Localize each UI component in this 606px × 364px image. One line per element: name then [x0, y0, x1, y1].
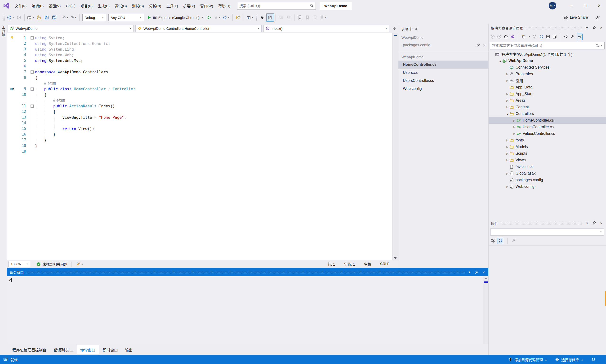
clear-bookmarks-button[interactable]: ▼	[319, 13, 328, 22]
codelens-references[interactable]: 0 个引用	[7, 80, 392, 86]
restore-button[interactable]: ❐	[579, 0, 592, 11]
document-tab-Web.config[interactable]: Web.config	[398, 85, 488, 93]
quick-search-input[interactable]	[239, 4, 310, 8]
property-pages-icon[interactable]	[512, 239, 516, 243]
navigate-forward-button[interactable]	[15, 13, 23, 22]
command-window-scrollbar[interactable]	[483, 276, 488, 344]
expander-closed-icon[interactable]: ▷	[505, 106, 510, 109]
expander-closed-icon[interactable]: ▷	[505, 139, 510, 142]
tree-item-Areas[interactable]: ▷Areas	[489, 97, 606, 104]
command-window-titlebar[interactable]: 命令窗口 ▼ ✕	[7, 268, 488, 276]
codelens-references[interactable]: 0 个引用	[7, 97, 392, 103]
tree-item-packages.config[interactable]: packages.config	[489, 177, 606, 183]
bottom-tab-命令窗口[interactable]: 命令窗口	[77, 345, 99, 355]
project-dropdown[interactable]: WebApiDemo▼	[8, 25, 134, 32]
menu-生成[interactable]: 生成(B)	[95, 2, 112, 10]
quick-actions-lightbulb-icon[interactable]	[10, 36, 14, 40]
expander-closed-icon[interactable]: ▷	[505, 73, 510, 76]
solution-platforms-dropdown[interactable]: Any CPU▼	[108, 14, 144, 21]
editor-scrollbar[interactable]	[392, 33, 398, 260]
fold-collapse-box[interactable]: −	[30, 36, 34, 39]
window-position-dropdown-icon[interactable]: ▼	[585, 26, 589, 30]
document-health-indicator[interactable]: 未找到相关问题	[37, 261, 67, 267]
tree-item-favicon.ico[interactable]: favicon.ico	[489, 163, 606, 170]
solution-explorer-search-box[interactable]: ▼	[490, 42, 605, 50]
document-tab-Users.cs[interactable]: Users.cs	[398, 69, 488, 77]
tree-item-App_Data[interactable]: App_Data	[489, 84, 606, 91]
code-cleanup-button[interactable]: ▼	[75, 260, 84, 268]
alphabetical-sort-toggle[interactable]: AZ	[498, 238, 503, 244]
select-repository-button[interactable]: 选择存储库▲	[553, 355, 586, 364]
code-line-3[interactable]: 3using System.Linq;	[7, 46, 392, 52]
feedback-button[interactable]	[594, 13, 602, 22]
member-dropdown[interactable]: Index()▼	[263, 25, 390, 32]
navigate-window-button[interactable]: ▼	[245, 13, 255, 22]
expander-closed-icon[interactable]: ▷	[505, 79, 510, 82]
back-button[interactable]	[490, 35, 495, 39]
tab-settings-gear-icon[interactable]	[414, 27, 418, 31]
tree-item-Scripts[interactable]: ▷Scripts	[489, 150, 606, 157]
menu-文件[interactable]: 文件(F)	[12, 2, 29, 10]
code-line-14[interactable]: 14	[7, 120, 392, 126]
view-code-icon[interactable]	[564, 35, 568, 39]
expander-open-icon[interactable]: ◢	[505, 112, 510, 116]
close-icon[interactable]: ✕	[481, 271, 486, 274]
quick-search-box[interactable]	[237, 2, 316, 10]
expander-open-icon[interactable]: ◢	[498, 59, 502, 63]
add-to-source-control-button[interactable]: 添加到源代码管理▲	[506, 355, 549, 364]
tree-item-UsersController.cs[interactable]: ▷C#UsersController.cs	[489, 124, 606, 130]
code-line-19[interactable]: 19	[7, 149, 392, 154]
tree-item-fonts[interactable]: ▷fonts	[489, 137, 606, 143]
undo-button[interactable]: ↶▼	[62, 13, 70, 22]
menu-测试[interactable]: 测试(S)	[130, 2, 147, 10]
menu-窗口[interactable]: 窗口(W)	[198, 2, 216, 10]
close-tab-icon[interactable]: ✕	[483, 43, 485, 47]
minimize-button[interactable]: –	[565, 0, 579, 11]
preview-selected-items-icon[interactable]	[552, 35, 557, 39]
menu-视图[interactable]: 视图(V)	[46, 2, 63, 10]
spaces-indicator[interactable]: 空格	[364, 261, 371, 267]
code-line-2[interactable]: 2using System.Collections.Generic;	[7, 41, 392, 46]
bottom-tab-程序包管理器控制台[interactable]: 程序包管理器控制台	[9, 345, 50, 354]
code-line-4[interactable]: 4using System.Web;	[7, 52, 392, 58]
solution-explorer-titlebar[interactable]: 解决方案资源管理器 ▼ ✕	[489, 24, 606, 32]
start-debugging-button[interactable]: IIS Express (Google Chrome)▼	[145, 13, 205, 22]
pin-icon[interactable]	[474, 270, 479, 274]
navigate-back-button[interactable]: ▼	[6, 13, 15, 22]
tree-item-Web.config[interactable]: ▷Web.config	[489, 183, 606, 190]
code-line-5[interactable]: 5using System.Web.Mvc;	[7, 58, 392, 63]
close-icon[interactable]: ✕	[599, 222, 604, 225]
expander-closed-icon[interactable]: ▷	[512, 132, 516, 135]
tree-item-Properties[interactable]: ▷Properties	[489, 71, 606, 77]
menu-分析[interactable]: 分析(N)	[147, 2, 164, 10]
zoom-level-dropdown[interactable]: 100 %▼	[9, 261, 30, 267]
eol-indicator[interactable]: CRLF	[380, 261, 390, 267]
menu-扩展[interactable]: 扩展(X)	[181, 2, 198, 10]
command-window-input-area[interactable]: >	[7, 276, 488, 344]
type-dropdown[interactable]: WebApiDemo.Controllers.HomeController▼	[135, 25, 261, 32]
live-share-button[interactable]: Live Share	[564, 15, 588, 20]
expander-closed-icon[interactable]: ▷	[505, 172, 510, 175]
window-position-dropdown-icon[interactable]: ▼	[585, 222, 589, 225]
tree-item-解决方案-WebApiDemo--1-个项目-共-1-个-[interactable]: 解决方案"WebApiDemo"(1 个项目/共 1 个)	[489, 51, 606, 57]
tree-item-Controllers[interactable]: ◢Controllers	[489, 110, 606, 117]
properties-object-dropdown[interactable]: ▼	[490, 228, 604, 235]
indent-button[interactable]	[277, 13, 285, 22]
tree-item-Content[interactable]: ▷Content	[489, 104, 606, 110]
background-tasks-icon[interactable]	[3, 357, 8, 362]
save-all-button[interactable]	[50, 13, 58, 22]
close-icon[interactable]: ✕	[599, 26, 604, 30]
document-tab-UsersController.cs[interactable]: UsersController.cs	[398, 77, 488, 85]
bottom-tab-即时窗口[interactable]: 即时窗口	[99, 345, 121, 354]
restart-button[interactable]: ▼	[222, 13, 231, 22]
pin-icon[interactable]	[592, 221, 596, 225]
redo-button[interactable]: ↷▼	[70, 13, 78, 22]
selection-mode-button[interactable]	[259, 13, 266, 22]
keep-open-pin-icon[interactable]	[476, 43, 480, 47]
code-line-10[interactable]: 10 {	[7, 92, 392, 97]
pending-changes-filter-icon[interactable]	[522, 35, 526, 39]
collapse-all-icon[interactable]	[546, 35, 550, 39]
expander-closed-icon[interactable]: ▷	[512, 126, 516, 129]
search-icon[interactable]	[310, 4, 314, 8]
scrollbar-down-arrow[interactable]	[394, 257, 397, 259]
